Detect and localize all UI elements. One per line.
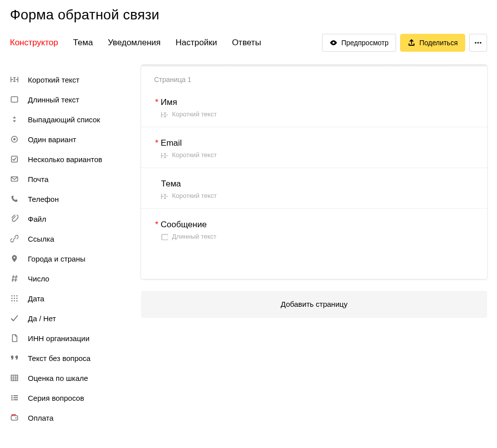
tab-theme[interactable]: Тема: [73, 38, 93, 48]
question-card[interactable]: ТемаКороткий текст: [141, 168, 487, 209]
cities-icon: [10, 255, 19, 263]
long-text-icon: [10, 95, 19, 103]
sidebar-item-label: Несколько вариантов: [28, 155, 102, 164]
share-button[interactable]: Поделиться: [400, 34, 465, 52]
sidebar-item-link[interactable]: Ссылка: [10, 229, 129, 249]
sidebar-item-mail[interactable]: Почта: [10, 169, 129, 189]
dots-icon: [474, 39, 482, 47]
page-title: Форма обратной связи: [10, 7, 487, 23]
scale-icon: [10, 374, 19, 382]
sidebar-item-series[interactable]: Серия вопросов: [10, 388, 129, 408]
phone-icon: [10, 195, 19, 203]
question-type-label: Короткий текст: [172, 151, 217, 159]
sidebar-item-label: Выпадающий список: [28, 115, 100, 124]
sidebar-item-label: Оценка по шкале: [28, 374, 88, 382]
single-icon: [10, 135, 19, 143]
question-type: Короткий текст: [161, 151, 474, 159]
sidebar-item-label: Телефон: [28, 195, 59, 203]
eye-icon: [330, 39, 337, 47]
question-type: Короткий текст: [161, 110, 474, 118]
share-label: Поделиться: [419, 39, 458, 47]
more-button[interactable]: [469, 34, 487, 52]
dropdown-icon: [10, 115, 19, 123]
sidebar-item-long-text[interactable]: Длинный текст: [10, 90, 129, 109]
short-text-icon: [161, 192, 168, 199]
tabs: Конструктор Тема Уведомления Настройки О…: [10, 38, 261, 48]
sidebar-item-phone[interactable]: Телефон: [10, 189, 129, 209]
yesno-icon: [10, 314, 19, 322]
sidebar-item-label: Дата: [28, 294, 44, 303]
tab-settings[interactable]: Настройки: [175, 38, 217, 48]
sidebar-item-label: Файл: [28, 215, 46, 223]
question-type: Длинный текст: [161, 233, 474, 240]
sidebar: Короткий текстДлинный текстВыпадающий сп…: [10, 65, 129, 428]
tab-constructor[interactable]: Конструктор: [10, 38, 58, 48]
main: Страница 1 ИмяКороткий текстEmailКоротки…: [141, 65, 487, 317]
question-title: Email: [161, 138, 474, 148]
sidebar-item-single[interactable]: Один вариант: [10, 129, 129, 149]
text-only-icon: [10, 354, 19, 362]
share-icon: [408, 39, 415, 47]
question-card[interactable]: ИмяКороткий текст: [141, 87, 487, 127]
preview-label: Предпросмотр: [341, 39, 389, 47]
link-icon: [10, 235, 19, 243]
sidebar-item-number[interactable]: Число: [10, 269, 129, 288]
question-title: Тема: [161, 179, 474, 189]
topbar: Конструктор Тема Уведомления Настройки О…: [10, 34, 487, 52]
preview-button[interactable]: Предпросмотр: [322, 34, 396, 52]
sidebar-item-file[interactable]: Файл: [10, 209, 129, 229]
sidebar-item-label: Число: [28, 274, 49, 283]
sidebar-item-multi[interactable]: Несколько вариантов: [10, 149, 129, 169]
tab-answers[interactable]: Ответы: [232, 38, 261, 48]
sidebar-item-label: Серия вопросов: [28, 394, 84, 402]
sidebar-item-label: Да / Нет: [28, 314, 56, 323]
multi-icon: [10, 155, 19, 163]
page-card: Страница 1 ИмяКороткий текстEmailКоротки…: [141, 65, 487, 279]
number-icon: [10, 274, 19, 282]
question-type-label: Короткий текст: [172, 192, 217, 199]
sidebar-item-short-text[interactable]: Короткий текст: [10, 70, 129, 90]
sidebar-item-label: Оплата: [28, 414, 54, 422]
question-type-label: Короткий текст: [172, 110, 217, 118]
topbar-actions: Предпросмотр Поделиться: [322, 34, 487, 52]
mail-icon: [10, 175, 19, 183]
sidebar-item-scale[interactable]: Оценка по шкале: [10, 368, 129, 388]
short-text-icon: [161, 152, 168, 159]
question-type-label: Длинный текст: [172, 233, 217, 240]
date-icon: [10, 294, 19, 302]
question-title: Имя: [161, 97, 474, 107]
question-title: Сообщение: [161, 220, 474, 230]
sidebar-item-label: Ссылка: [28, 235, 54, 243]
sidebar-item-label: Длинный текст: [28, 95, 79, 104]
series-icon: [10, 394, 19, 402]
payment-icon: [10, 414, 19, 422]
sidebar-item-label: Почта: [28, 175, 49, 183]
sidebar-item-label: Текст без вопроса: [28, 354, 90, 362]
sidebar-item-label: Города и страны: [28, 255, 85, 263]
sidebar-item-text-only[interactable]: Текст без вопроса: [10, 348, 129, 368]
sidebar-item-date[interactable]: Дата: [10, 288, 129, 308]
sidebar-item-label: ИНН организации: [28, 334, 89, 343]
page-label: Страница 1: [141, 67, 487, 87]
sidebar-item-dropdown[interactable]: Выпадающий список: [10, 109, 129, 129]
add-page-button[interactable]: Добавить страницу: [141, 291, 487, 317]
question-card[interactable]: СообщениеДлинный текст: [141, 209, 487, 249]
question-type: Короткий текст: [161, 192, 474, 199]
tab-notify[interactable]: Уведомления: [108, 38, 161, 48]
short-text-icon: [161, 111, 168, 118]
file-icon: [10, 215, 19, 223]
sidebar-item-inn[interactable]: ИНН организации: [10, 328, 129, 348]
long-text-icon: [161, 233, 168, 240]
short-text-icon: [10, 76, 19, 84]
sidebar-item-payment[interactable]: Оплата: [10, 408, 129, 428]
sidebar-item-label: Короткий текст: [28, 76, 80, 84]
question-card[interactable]: EmailКороткий текст: [141, 127, 487, 168]
sidebar-item-label: Один вариант: [28, 135, 76, 144]
sidebar-item-yesno[interactable]: Да / Нет: [10, 308, 129, 328]
inn-icon: [10, 334, 19, 342]
sidebar-item-cities[interactable]: Города и страны: [10, 249, 129, 269]
